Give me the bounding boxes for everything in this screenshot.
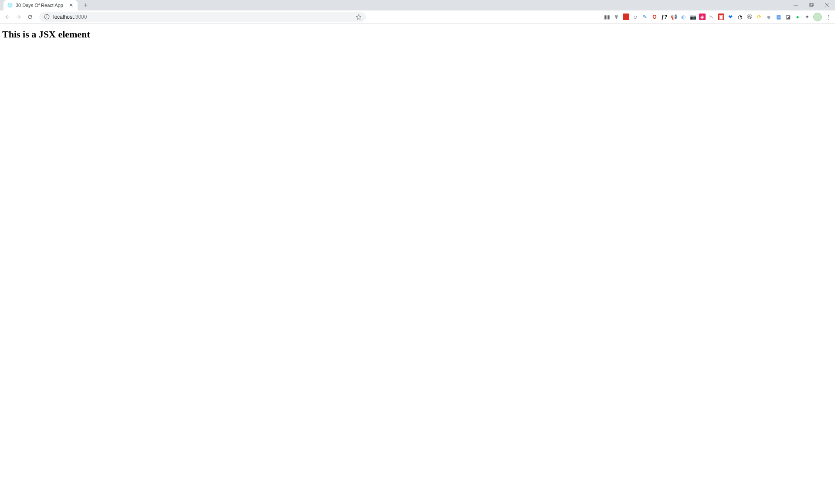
extension-icon-16[interactable]: Ⓦ: [746, 14, 753, 20]
extension-icon-2[interactable]: 🎙: [613, 14, 620, 20]
toolbar: localhost:3000 ▮▮ 🎙 ☺ ✎ O ƒ? 📢 ◐ 📷 ◈ ⇱ ▣…: [0, 10, 835, 24]
close-window-button[interactable]: [819, 0, 835, 10]
extension-icon-19[interactable]: ▦: [775, 14, 782, 20]
url-host: localhost: [53, 14, 74, 20]
profile-avatar[interactable]: [813, 13, 822, 21]
extension-icon-11[interactable]: ◈: [699, 14, 706, 20]
extensions-area: ▮▮ 🎙 ☺ ✎ O ƒ? 📢 ◐ 📷 ◈ ⇱ ▣ ❤ ◔ Ⓦ ⟳ ☻ ▦ ◪ …: [604, 13, 832, 21]
address-bar[interactable]: localhost:3000: [39, 12, 366, 22]
tab-bar: 30 Days Of React App ✕ +: [0, 0, 835, 10]
extension-icon-12[interactable]: ⇱: [708, 14, 715, 20]
page-content: This is a JSX element: [0, 24, 835, 45]
extension-icon-5[interactable]: ✎: [642, 14, 648, 20]
extension-icon-10[interactable]: 📷: [689, 14, 696, 20]
back-button[interactable]: [3, 12, 12, 22]
svg-point-11: [46, 15, 47, 16]
svg-rect-5: [810, 3, 813, 7]
new-tab-button[interactable]: +: [81, 0, 91, 10]
extension-icon-17[interactable]: ⟳: [756, 14, 763, 20]
minimize-button[interactable]: [788, 0, 804, 10]
url-text: localhost:3000: [53, 14, 356, 20]
svg-point-0: [10, 5, 10, 6]
extension-icon-15[interactable]: ◔: [737, 14, 743, 20]
forward-button[interactable]: [14, 12, 24, 22]
extension-icon-4[interactable]: ☺: [632, 14, 639, 20]
page-heading: This is a JSX element: [2, 29, 833, 40]
extension-icon-14[interactable]: ❤: [727, 14, 734, 20]
close-tab-icon[interactable]: ✕: [68, 2, 74, 8]
extension-icon-7[interactable]: ƒ?: [661, 14, 668, 20]
extension-icon-8[interactable]: 📢: [670, 14, 677, 20]
bookmark-star-icon[interactable]: [356, 14, 362, 20]
extension-icon-6[interactable]: O: [651, 14, 658, 20]
extension-icon-21[interactable]: ●: [794, 14, 801, 20]
browser-tab[interactable]: 30 Days Of React App ✕: [3, 0, 78, 10]
window-controls: [788, 0, 835, 10]
extension-icon-13[interactable]: ▣: [718, 14, 724, 20]
chrome-menu-icon[interactable]: ⋮: [825, 13, 832, 21]
extension-icon-9[interactable]: ◐: [680, 14, 687, 20]
maximize-button[interactable]: [804, 0, 819, 10]
extension-icon-18[interactable]: ☻: [765, 14, 772, 20]
react-logo-icon: [7, 2, 13, 8]
extensions-puzzle-icon[interactable]: ✦: [804, 14, 811, 20]
reload-button[interactable]: [25, 12, 35, 22]
site-info-icon[interactable]: [44, 14, 50, 20]
extension-icon-1[interactable]: ▮▮: [604, 14, 611, 20]
extension-icon-20[interactable]: ◪: [784, 14, 791, 20]
url-port: :3000: [74, 14, 87, 20]
tab-title: 30 Days Of React App: [16, 3, 68, 8]
extension-icon-3[interactable]: [623, 14, 629, 20]
